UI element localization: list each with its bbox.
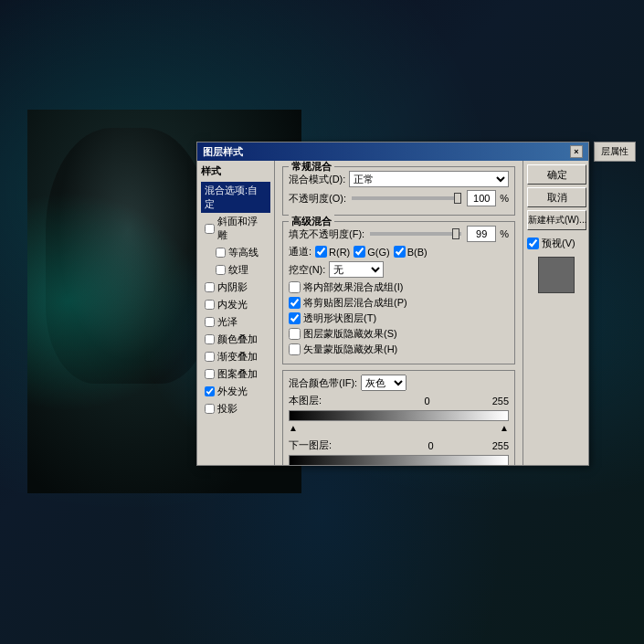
action-buttons: 确定 取消 新建样式(W)... 预视(V) — [523, 161, 588, 465]
layer-mask-label: 图层蒙版隐藏效果(S) — [303, 327, 397, 341]
opacity-unit: % — [500, 193, 509, 204]
preview-checkbox[interactable] — [527, 238, 539, 249]
satin-label: 光泽 — [217, 315, 238, 329]
this-layer-arrow-right[interactable]: ▲ — [500, 423, 509, 433]
styles-panel: 样式 混合选项:自定 斜面和浮雕 等高线 纹理 内阴影 — [197, 161, 275, 465]
fill-opacity-label: 填充不透明度(F): — [289, 227, 364, 241]
color-overlay-checkbox[interactable] — [205, 334, 215, 344]
option-layer-mask: 图层蒙版隐藏效果(S) — [289, 327, 509, 341]
bevel-checkbox[interactable] — [205, 224, 215, 234]
cancel-button[interactable]: 取消 — [527, 187, 586, 207]
opacity-input[interactable] — [467, 190, 496, 206]
color-preview-swatch — [538, 257, 575, 293]
sidebar-item-bevel[interactable]: 斜面和浮雕 — [201, 213, 270, 244]
clip-layers-checkbox[interactable] — [289, 297, 301, 309]
fill-opacity-input[interactable] — [467, 226, 496, 242]
fill-unit: % — [500, 228, 509, 239]
preview-checkbox-row: 预视(V) — [527, 237, 585, 250]
blend-mode-select[interactable]: 正常 — [349, 171, 509, 187]
this-layer-min: 0 — [425, 396, 430, 406]
texture-checkbox[interactable] — [216, 265, 226, 275]
color-overlay-label: 颜色叠加 — [217, 333, 258, 346]
inner-glow-checkbox[interactable] — [205, 300, 215, 310]
fill-opacity-slider[interactable] — [370, 232, 461, 236]
dialog-title: 图层样式 — [203, 145, 243, 159]
pattern-overlay-label: 图案叠加 — [217, 367, 258, 381]
channel-r[interactable]: R(R) — [315, 246, 350, 258]
pattern-overlay-checkbox[interactable] — [205, 369, 215, 379]
satin-checkbox[interactable] — [205, 317, 215, 327]
option-internal: 将内部效果混合成组(I) — [289, 280, 509, 294]
channel-b[interactable]: B(B) — [394, 246, 428, 258]
dialog-titlebar: 图层样式 × — [197, 143, 588, 161]
gradient-overlay-label: 渐变叠加 — [217, 350, 258, 364]
sidebar-item-color-overlay[interactable]: 颜色叠加 — [201, 331, 270, 348]
this-layer-label: 本图层: — [289, 394, 322, 407]
fill-slider-thumb[interactable] — [452, 228, 459, 239]
gradient-overlay-checkbox[interactable] — [205, 352, 215, 362]
sidebar-item-inner-glow[interactable]: 内发光 — [201, 296, 270, 313]
new-style-button[interactable]: 新建样式(W)... — [527, 210, 586, 230]
sidebar-item-blend-options[interactable]: 混合选项:自定 — [201, 182, 270, 213]
option-transparent: 透明形状图层(T) — [289, 311, 509, 325]
vector-mask-label: 矢量蒙版隐藏效果(H) — [303, 343, 397, 356]
sidebar-item-inner-shadow[interactable]: 内阴影 — [201, 279, 270, 296]
sidebar-item-pattern-overlay[interactable]: 图案叠加 — [201, 365, 270, 383]
ok-button[interactable]: 确定 — [527, 164, 586, 185]
this-layer-max: 255 — [492, 396, 509, 406]
layer-style-dialog: 图层样式 × 样式 混合选项:自定 斜面和浮雕 等高线 纹理 — [196, 142, 589, 466]
channel-r-checkbox[interactable] — [315, 246, 327, 258]
sidebar-item-texture[interactable]: 纹理 — [201, 261, 270, 279]
blend-mode-label: 混合模式(D): — [289, 173, 345, 186]
opacity-label: 不透明度(O): — [289, 192, 346, 206]
outer-glow-label: 外发光 — [217, 385, 248, 398]
below-layer-min: 0 — [428, 440, 434, 451]
layer-mask-checkbox[interactable] — [289, 328, 301, 340]
option-vector-mask: 矢量蒙版隐藏效果(H) — [289, 343, 509, 356]
knockout-select[interactable]: 无 — [329, 261, 384, 278]
sidebar-item-drop-shadow[interactable]: 投影 — [201, 400, 270, 417]
drop-shadow-label: 投影 — [217, 402, 238, 416]
this-layer-gradient-bar — [289, 410, 509, 421]
clip-layers-label: 将剪贴图层混合成组(P) — [303, 296, 407, 310]
blend-if-section: 混合颜色带(IF): 灰色 本图层: 0 255 — [282, 370, 515, 465]
blend-options-panel: 常规混合 混合模式(D): 正常 不透明度(O): % — [275, 161, 523, 465]
right-panel-label: 层属性 — [597, 145, 632, 158]
channel-g-checkbox[interactable] — [354, 246, 365, 258]
below-layer-section: 下一图层: 0 255 ▲ ▲ — [289, 438, 509, 465]
dialog-body: 样式 混合选项:自定 斜面和浮雕 等高线 纹理 内阴影 — [197, 161, 588, 465]
inner-glow-label: 内发光 — [217, 298, 248, 311]
channel-row: 通道: R(R) G(G) B(B) — [289, 245, 509, 259]
right-panel: 层属性 — [594, 142, 636, 162]
drop-shadow-checkbox[interactable] — [205, 404, 215, 414]
sidebar-item-outer-glow[interactable]: 外发光 — [201, 383, 270, 400]
transparent-shape-label: 透明形状图层(T) — [303, 311, 376, 325]
this-layer-arrow-left[interactable]: ▲ — [289, 423, 298, 433]
sidebar-item-gradient-overlay[interactable]: 渐变叠加 — [201, 348, 270, 365]
knockout-row: 挖空(N): 无 — [289, 261, 509, 278]
preview-label: 预视(V) — [542, 237, 575, 250]
this-layer-slider-row: ▲ ▲ — [289, 423, 509, 433]
transparent-shape-checkbox[interactable] — [289, 312, 301, 324]
internal-effects-checkbox[interactable] — [289, 281, 301, 293]
sidebar-item-satin[interactable]: 光泽 — [201, 313, 270, 331]
sidebar-item-contour[interactable]: 等高线 — [201, 244, 270, 261]
blend-if-channel-select[interactable]: 灰色 — [361, 375, 406, 391]
contour-checkbox[interactable] — [216, 248, 226, 258]
below-layer-max: 255 — [492, 440, 509, 451]
opacity-slider-thumb[interactable] — [454, 193, 461, 204]
opacity-slider-track[interactable] — [352, 196, 461, 200]
channel-b-checkbox[interactable] — [394, 246, 406, 258]
channel-label: 通道: — [289, 245, 311, 259]
this-layer-section: 本图层: 0 255 ▲ ▲ — [289, 394, 509, 433]
channel-g[interactable]: G(G) — [354, 246, 389, 258]
outer-glow-checkbox[interactable] — [205, 386, 215, 396]
inner-shadow-checkbox[interactable] — [205, 282, 215, 292]
vector-mask-checkbox[interactable] — [289, 343, 301, 355]
blend-options-label: 混合选项:自定 — [205, 184, 267, 211]
below-layer-gradient-bar — [289, 455, 509, 465]
advanced-blend-title: 高级混合 — [289, 215, 334, 228]
internal-effects-label: 将内部效果混合成组(I) — [303, 280, 403, 294]
dialog-close-button[interactable]: × — [570, 145, 583, 158]
blend-if-row: 混合颜色带(IF): 灰色 — [289, 375, 509, 391]
